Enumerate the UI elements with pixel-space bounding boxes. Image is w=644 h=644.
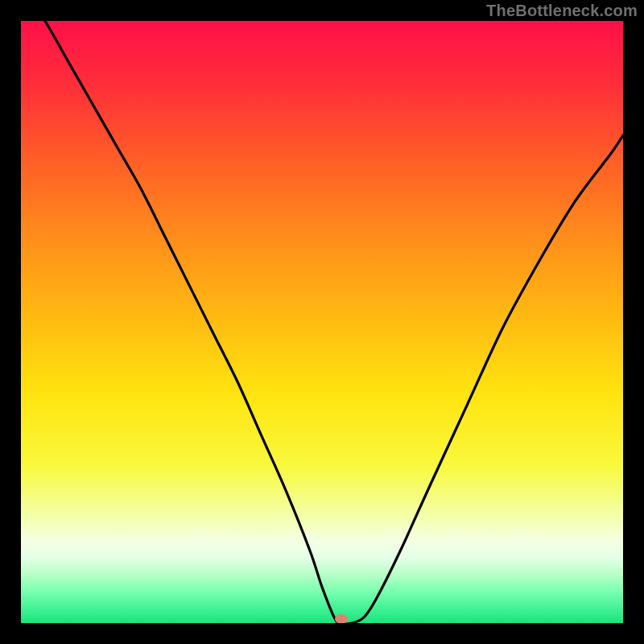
attribution-label: TheBottleneck.com — [486, 2, 638, 20]
bottleneck-curve — [21, 21, 623, 623]
chart-frame: TheBottleneck.com — [0, 0, 644, 644]
minimum-marker — [335, 614, 348, 623]
plot-area — [21, 21, 623, 623]
